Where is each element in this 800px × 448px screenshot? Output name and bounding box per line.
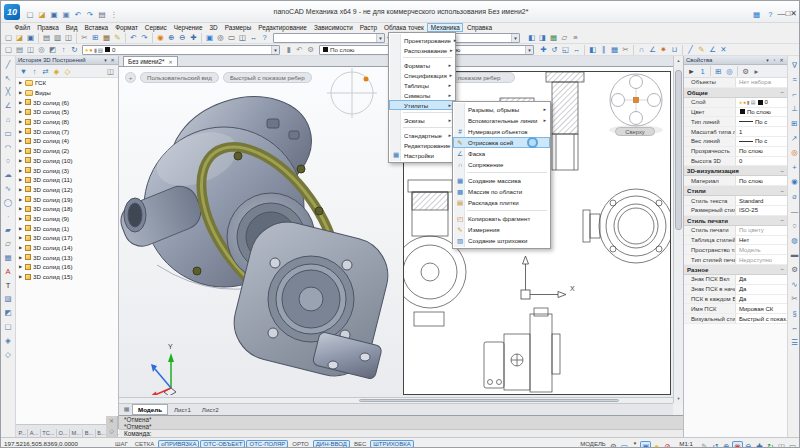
property-row[interactable]: Стиль текстаStandard: [684, 196, 787, 206]
array-tool-icon[interactable]: ▦: [609, 44, 620, 55]
pointer-select-icon[interactable]: ►: [686, 66, 697, 77]
status-toggle[interactable]: ОТС-ПОЛЯР: [246, 440, 288, 448]
layer-prev-icon[interactable]: ↶: [294, 44, 305, 55]
light-bulb-icon[interactable]: ●: [651, 441, 662, 448]
help-icon[interactable]: ?: [259, 32, 270, 43]
property-value[interactable]: По с: [736, 138, 787, 144]
gear-icon[interactable]: ⚙: [608, 441, 619, 448]
menu-item[interactable]: ✎Отрисовка осей: [453, 137, 550, 148]
boundary-icon[interactable]: ▢: [3, 321, 14, 332]
leader-note-icon[interactable]: ↗: [789, 133, 800, 144]
property-section-header[interactable]: Разное−: [684, 265, 787, 275]
menu-item[interactable]: ▨Создание штриховки: [453, 235, 550, 246]
menu-item[interactable]: Спецификация►: [389, 70, 455, 80]
menu-item[interactable]: ∠Фаска: [453, 148, 550, 159]
orbit-icon[interactable]: ↺: [710, 441, 721, 448]
spec-list-icon[interactable]: ☰: [789, 337, 800, 348]
status-toggle[interactable]: СЕТКА: [132, 440, 158, 448]
menubar-item[interactable]: Облака точек: [381, 23, 428, 32]
collapse-icon[interactable]: −: [780, 188, 784, 194]
arc-icon[interactable]: ◠: [3, 142, 14, 153]
menubar-item[interactable]: Справка: [463, 23, 495, 32]
property-value[interactable]: Да: [736, 296, 787, 302]
property-row[interactable]: Визуальный стильБыстрый с показ...: [684, 314, 787, 324]
property-value[interactable]: Да: [736, 276, 787, 282]
polyline-icon[interactable]: ∠: [3, 100, 14, 111]
position-marker-icon[interactable]: ◎: [789, 147, 800, 158]
property-value[interactable]: По цвету: [736, 227, 787, 233]
text-style-icon[interactable]: A: [3, 266, 14, 277]
no-sign-icon[interactable]: ⊘: [662, 441, 673, 448]
link-yellow-icon[interactable]: ◈: [51, 66, 62, 77]
tree-item[interactable]: ▶3D солид (12): [16, 185, 118, 195]
print-icon[interactable]: ▤: [96, 9, 108, 21]
tree-item[interactable]: ▶3D солид (9): [16, 214, 118, 224]
menubar-item[interactable]: Растр: [356, 23, 380, 32]
panel-tab[interactable]: ТС...: [41, 429, 57, 437]
plot-icon[interactable]: ▥: [52, 32, 63, 43]
break-line-icon[interactable]: §: [789, 308, 800, 319]
explode-icon[interactable]: ✷: [658, 44, 669, 55]
property-row[interactable]: Стиль печатиПо цвету: [684, 226, 787, 236]
text-style-combo[interactable]: ▼: [273, 33, 385, 43]
tree-item[interactable]: ▶3D солид (18): [16, 204, 118, 214]
status-toggle[interactable]: ОРТО: [289, 440, 311, 448]
chevron-down-icon[interactable]: ▼: [633, 441, 637, 446]
visual-style-button[interactable]: Быстрый с показом ребер: [223, 72, 312, 83]
menu-item[interactable]: #Нумерация объектов: [453, 126, 550, 137]
menu-dots-icon[interactable]: ⋮: [108, 9, 120, 21]
property-row[interactable]: Высота 3D0: [684, 157, 787, 167]
zoom-out-icon[interactable]: ⊖: [743, 441, 754, 448]
trim-icon[interactable]: ✂: [620, 44, 631, 55]
gear-symbol-icon[interactable]: ⚙: [789, 264, 800, 275]
new-file-icon[interactable]: ▢: [24, 9, 36, 21]
tree-item[interactable]: ▶3D солид (4): [16, 136, 118, 146]
tree-item[interactable]: ▶3D солид (5): [16, 107, 118, 117]
pin-panel-icon[interactable]: ▸: [751, 66, 762, 77]
nut-element-icon[interactable]: ○: [789, 220, 800, 231]
menu-item[interactable]: Стандартные►: [389, 130, 455, 140]
menubar-item[interactable]: Сервис: [141, 23, 170, 32]
property-row[interactable]: Вес линийПо с: [684, 137, 787, 147]
tree-item[interactable]: ▶3D солид (14): [16, 243, 118, 253]
insert-block-icon[interactable]: ◧: [526, 32, 537, 43]
menu-item[interactable]: ∩Сопряжение: [453, 159, 550, 170]
region-icon[interactable]: ▰: [3, 224, 14, 235]
pan-icon[interactable]: ✚: [188, 32, 199, 43]
open-file-icon[interactable]: ◪: [14, 32, 25, 43]
menu-item[interactable]: Символы►: [389, 90, 455, 100]
construction-line-icon[interactable]: ╳: [3, 86, 14, 97]
tree-item[interactable]: ▶3D солид (7): [16, 126, 118, 136]
property-row[interactable]: Знак ПСК в нача...Да: [684, 285, 787, 295]
status-toggle[interactable]: ОТС-ОБЪЕКТ: [200, 440, 245, 448]
save-as-icon[interactable]: ▣: [60, 9, 72, 21]
bolt-element-icon[interactable]: —: [789, 206, 800, 217]
collapse-icon[interactable]: −: [780, 266, 784, 272]
hole-chart-icon[interactable]: ◉: [789, 176, 800, 187]
preview-icon[interactable]: ◫: [63, 32, 74, 43]
redo-icon[interactable]: ↷: [84, 9, 96, 21]
mech-line-icon[interactable]: ╱: [685, 44, 696, 55]
color-combo[interactable]: По слою▼: [319, 45, 399, 55]
tree-item[interactable]: ▶3D солид (3): [16, 165, 118, 175]
menubar-item[interactable]: Редактирование: [255, 23, 311, 32]
mech-angle-icon[interactable]: ∠: [707, 44, 718, 55]
property-value[interactable]: Нет набора: [736, 79, 787, 85]
section-view-icon[interactable]: ✂: [789, 293, 800, 304]
layer-combo[interactable]: ● ● ▮ ▤ 0 ▼: [82, 45, 280, 55]
menu-item[interactable]: Вспомогательные линии►: [453, 115, 550, 126]
property-row[interactable]: Таблица стилей ...Нет: [684, 236, 787, 246]
status-toggle[interactable]: ВЕС: [351, 440, 369, 448]
ucs-box-icon[interactable]: ▣: [640, 441, 651, 448]
property-section-header[interactable]: Стили−: [684, 186, 787, 196]
polygon-icon[interactable]: ⌂: [3, 114, 14, 125]
copy-icon[interactable]: ⊞: [90, 32, 101, 43]
scroll-up-icon[interactable]: ▲: [674, 56, 683, 65]
panel-tab[interactable]: О...: [57, 429, 70, 437]
dock-panel-icon[interactable]: ◫: [105, 66, 116, 77]
field-icon[interactable]: ≡: [570, 32, 581, 43]
text-icon[interactable]: T: [3, 280, 14, 291]
find-icon[interactable]: ◎: [215, 32, 226, 43]
thread-icon[interactable]: ⌀: [789, 191, 800, 202]
menu-item[interactable]: Эскизы►: [389, 115, 455, 125]
